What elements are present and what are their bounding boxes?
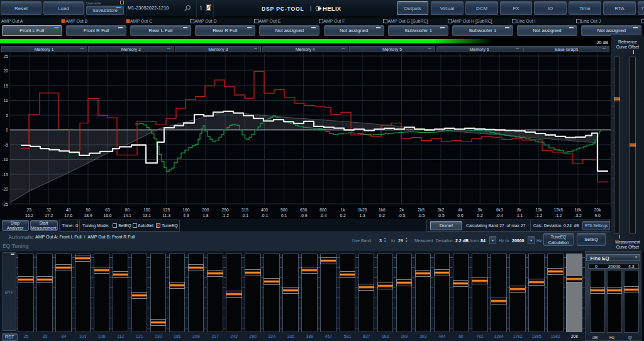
svg-text:13.1: 13.1 — [143, 213, 151, 218]
svg-text:0.2: 0.2 — [477, 213, 484, 218]
svg-text:4.3: 4.3 — [183, 213, 189, 218]
svg-text:17.2: 17.2 — [45, 213, 53, 218]
svg-text:-15: -15 — [2, 172, 8, 177]
svg-text:200: 200 — [202, 208, 209, 212]
svg-text:0.6: 0.6 — [457, 213, 464, 218]
svg-text:50: 50 — [86, 208, 91, 212]
svg-text:8k: 8k — [517, 208, 522, 212]
svg-text:15: 15 — [4, 84, 9, 88]
svg-text:-1.1: -1.1 — [516, 213, 523, 218]
svg-text:1k25: 1k25 — [358, 208, 367, 212]
svg-text:-10: -10 — [2, 157, 8, 162]
svg-text:16.2: 16.2 — [25, 213, 33, 218]
svg-text:-0.5: -0.5 — [437, 213, 445, 218]
svg-text:250: 250 — [222, 208, 229, 212]
svg-text:2k5: 2k5 — [418, 208, 425, 212]
svg-text:20: 20 — [4, 69, 9, 73]
svg-text:-0.4: -0.4 — [319, 213, 327, 218]
svg-text:160: 160 — [182, 208, 189, 212]
svg-text:630: 630 — [300, 208, 307, 212]
svg-text:500: 500 — [280, 208, 287, 212]
svg-text:1k: 1k — [341, 208, 346, 212]
svg-text:-1.2: -1.2 — [221, 213, 229, 218]
svg-text:0: 0 — [6, 128, 8, 132]
svg-text:2k: 2k — [399, 208, 404, 212]
svg-text:-5: -5 — [4, 143, 8, 147]
svg-text:-25: -25 — [2, 202, 8, 206]
svg-text:3k2: 3k2 — [438, 208, 445, 212]
svg-text:-0.9: -0.9 — [300, 213, 308, 218]
svg-text:1.8: 1.8 — [203, 213, 209, 218]
svg-text:800: 800 — [319, 208, 326, 212]
svg-text:-20: -20 — [2, 187, 8, 191]
svg-text:40: 40 — [66, 208, 71, 212]
svg-text:12k5: 12k5 — [554, 208, 564, 212]
svg-text:25: 25 — [4, 54, 9, 59]
svg-text:-3.2: -3.2 — [574, 213, 582, 218]
svg-text:32: 32 — [47, 208, 52, 212]
svg-text:4k: 4k — [458, 208, 463, 212]
svg-text:0.1: 0.1 — [281, 213, 287, 218]
svg-text:-1.2: -1.2 — [555, 213, 562, 218]
svg-text:1k6: 1k6 — [379, 208, 386, 212]
svg-text:100: 100 — [143, 208, 150, 212]
svg-text:16k: 16k — [575, 208, 582, 212]
svg-text:-0.5: -0.5 — [418, 213, 425, 218]
svg-text:0.2: 0.2 — [379, 213, 386, 218]
svg-text:11.3: 11.3 — [162, 213, 170, 218]
svg-text:63: 63 — [105, 208, 110, 212]
svg-text:-0.5: -0.5 — [398, 213, 406, 218]
svg-text:125: 125 — [163, 208, 170, 212]
svg-text:9.0: 9.0 — [594, 213, 601, 218]
svg-text:-0.1: -0.1 — [261, 213, 269, 218]
svg-text:16.6: 16.6 — [104, 213, 112, 218]
svg-text:5: 5 — [6, 113, 8, 118]
svg-text:1.3: 1.3 — [360, 213, 366, 218]
svg-text:315: 315 — [242, 208, 248, 212]
svg-text:20k: 20k — [594, 208, 601, 212]
svg-text:10: 10 — [4, 98, 9, 103]
svg-text:17.6: 17.6 — [64, 213, 72, 218]
svg-text:25: 25 — [27, 208, 32, 212]
svg-text:-0.4: -0.4 — [496, 213, 504, 218]
svg-text:14.1: 14.1 — [123, 213, 131, 218]
svg-text:0.2: 0.2 — [340, 213, 346, 218]
svg-text:6k3: 6k3 — [496, 208, 503, 212]
svg-text:-1.2: -1.2 — [535, 213, 543, 218]
svg-text:80: 80 — [125, 208, 130, 212]
svg-text:5k: 5k — [478, 208, 483, 212]
svg-text:10k: 10k — [535, 208, 542, 212]
svg-text:18.9: 18.9 — [84, 213, 92, 218]
svg-text:400: 400 — [261, 208, 268, 212]
svg-text:-0.1: -0.1 — [242, 213, 249, 218]
